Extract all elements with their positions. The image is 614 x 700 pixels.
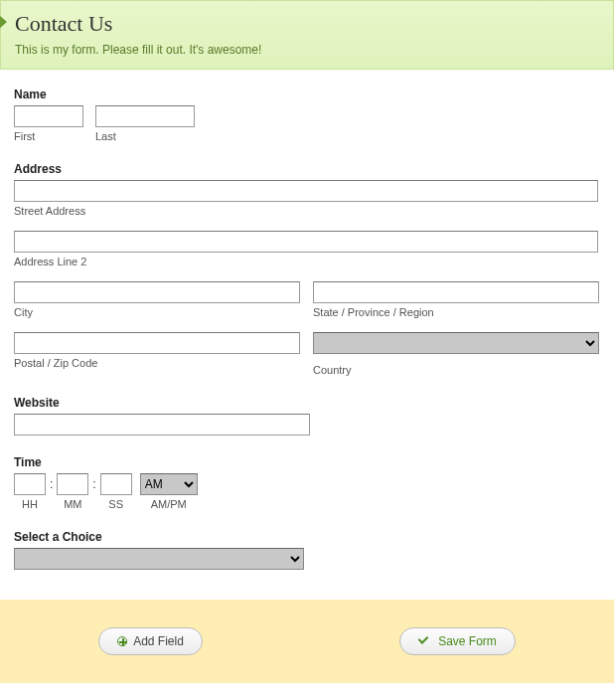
address-line2-input[interactable] [14, 231, 598, 253]
ampm-select[interactable]: AM [140, 473, 198, 495]
website-label: Website [14, 396, 600, 410]
address-label: Address [14, 162, 600, 176]
add-field-label: Add Field [133, 634, 184, 648]
choice-select[interactable] [14, 548, 304, 570]
postal-sublabel: Postal / Zip Code [14, 357, 301, 369]
ampm-sublabel: AM/PM [151, 498, 187, 510]
city-sublabel: City [14, 306, 301, 318]
minute-sublabel: MM [64, 498, 81, 510]
add-icon [117, 636, 127, 646]
choice-field: Select a Choice [14, 530, 600, 570]
check-icon [418, 634, 432, 648]
save-form-button[interactable]: Save Form [399, 627, 516, 655]
last-name-input[interactable] [95, 105, 195, 127]
time-field: Time HH : MM : SS AM AM/PM [14, 455, 600, 510]
active-indicator-icon [0, 15, 7, 29]
last-name-sublabel: Last [95, 130, 195, 142]
choice-label: Select a Choice [14, 530, 600, 544]
name-label: Name [14, 88, 600, 101]
city-input[interactable] [14, 281, 300, 303]
time-label: Time [14, 455, 600, 469]
hour-sublabel: HH [22, 498, 38, 510]
first-name-input[interactable] [14, 105, 83, 127]
form-subtitle: This is my form. Please fill it out. It'… [15, 43, 599, 57]
hour-input[interactable] [14, 473, 46, 495]
form-header: Contact Us This is my form. Please fill … [0, 0, 614, 70]
time-separator: : [88, 473, 99, 495]
add-field-button[interactable]: Add Field [98, 627, 203, 655]
street-address-input[interactable] [14, 180, 598, 202]
address-line2-sublabel: Address Line 2 [14, 256, 600, 267]
country-sublabel: Country [313, 364, 600, 376]
state-sublabel: State / Province / Region [313, 306, 600, 318]
time-separator: : [46, 473, 57, 495]
second-sublabel: SS [108, 498, 123, 510]
address-field: Address Street Address Address Line 2 Ci… [14, 162, 600, 376]
save-form-label: Save Form [438, 634, 497, 648]
minute-input[interactable] [57, 473, 88, 495]
website-input[interactable] [14, 414, 310, 436]
second-input[interactable] [100, 473, 132, 495]
state-input[interactable] [313, 281, 599, 303]
country-select[interactable] [313, 332, 599, 354]
street-address-sublabel: Street Address [14, 205, 600, 217]
form-footer: Add Field Save Form [0, 600, 614, 683]
name-field: Name First Last [14, 88, 600, 142]
postal-input[interactable] [14, 332, 300, 354]
form-body: Name First Last Address Street Address A… [0, 70, 614, 600]
first-name-sublabel: First [14, 130, 83, 142]
form-title: Contact Us [15, 11, 599, 37]
website-field: Website [14, 396, 600, 436]
